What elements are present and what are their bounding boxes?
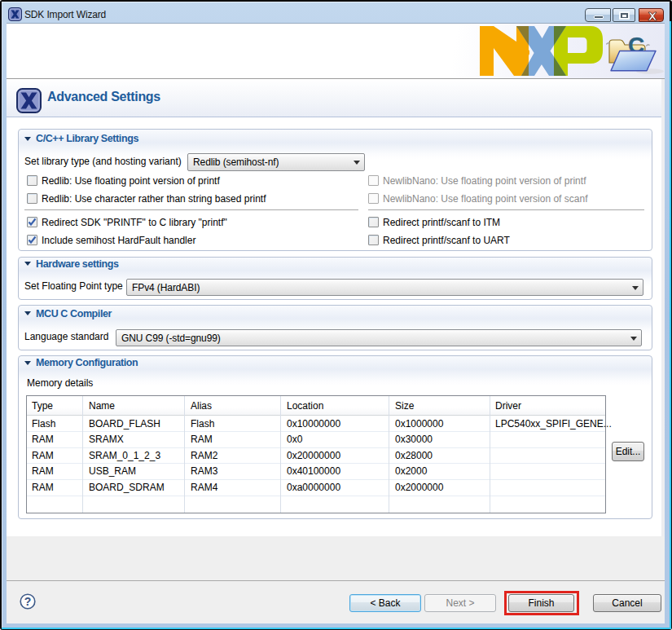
svg-text:?: ?	[24, 595, 32, 608]
